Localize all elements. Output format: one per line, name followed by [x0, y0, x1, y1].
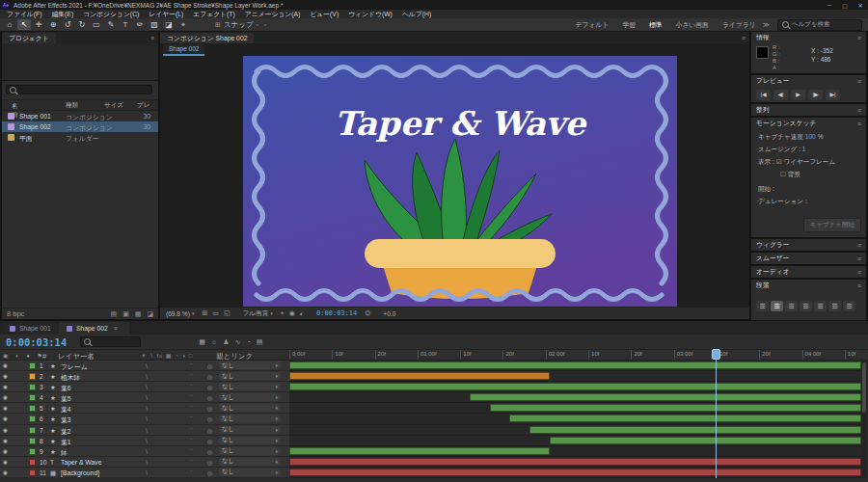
pickwhip-icon[interactable]: ◎ — [207, 459, 212, 466]
justify-last-right-icon[interactable]: ☰ — [828, 301, 841, 311]
quality-switch[interactable]: ∖ — [145, 469, 149, 476]
wireframe-checkbox[interactable]: ☑ — [776, 158, 782, 165]
layer-duration-bar[interactable] — [289, 447, 550, 455]
layer-duration-bar[interactable] — [289, 383, 861, 390]
capture-speed-value[interactable]: 100 — [805, 133, 816, 140]
panel-menu-icon[interactable]: ≡ — [857, 107, 861, 114]
layer-row[interactable]: ◉ 1 ★ フレーム ∖ · ◎ なし▾ — [0, 361, 861, 371]
parent-link-dropdown[interactable]: なし▾ — [219, 437, 281, 444]
first-frame-button[interactable]: |◀ — [756, 90, 771, 100]
pickwhip-icon[interactable]: ◎ — [207, 362, 212, 369]
shape-tool-icon[interactable]: ▭ — [90, 19, 103, 30]
menu-item[interactable]: コンポジション(C) — [78, 10, 144, 19]
start-capture-button[interactable]: キャプチャ開始 — [803, 218, 861, 232]
eye-icon[interactable]: ◉ — [3, 427, 8, 433]
timeline-search-input[interactable] — [80, 336, 141, 347]
parent-link-dropdown[interactable]: なし▾ — [219, 458, 281, 466]
pen-tool-icon[interactable]: ✎ — [104, 19, 118, 30]
layer-row[interactable]: ◉ 7 ★ 葉2 ∖ · ◎ なし▾ — [0, 425, 861, 436]
quality-switch[interactable]: ∖ — [145, 448, 149, 455]
quality-switch[interactable]: ∖ — [145, 438, 149, 444]
playhead-handle[interactable] — [712, 349, 720, 360]
new-composition-icon[interactable]: ▦ — [135, 310, 142, 318]
layer-track[interactable] — [289, 446, 861, 457]
previous-frame-button[interactable]: ◀| — [773, 90, 788, 100]
camera-icon[interactable]: ⏣ — [365, 309, 370, 317]
layer-row[interactable]: ◉ 9 ★ 鉢 ∖ · ◎ なし▾ — [0, 446, 861, 457]
type-tool-icon[interactable]: T — [119, 19, 132, 30]
parent-link-dropdown[interactable]: なし▾ — [219, 469, 281, 476]
zoom-tool-icon[interactable]: ⊕ — [46, 19, 60, 30]
quality-switch[interactable]: ∖ — [145, 415, 149, 422]
help-search-field[interactable]: ヘルプを検索 — [777, 19, 862, 31]
region-of-interest-icon[interactable]: ▭ — [212, 309, 219, 317]
menu-item[interactable]: ヘルプ(H) — [397, 10, 436, 19]
layer-track[interactable] — [289, 403, 861, 414]
quality-switch[interactable]: ∖ — [145, 394, 149, 401]
pickwhip-icon[interactable]: ◎ — [207, 373, 212, 380]
eye-icon[interactable]: ◉ — [3, 394, 8, 400]
project-search-input[interactable] — [6, 85, 152, 94]
pickwhip-icon[interactable]: ◎ — [207, 427, 212, 434]
menu-item[interactable]: ファイル(F) — [2, 10, 47, 19]
label-color-chip[interactable] — [29, 469, 36, 476]
align-left-icon[interactable]: ☰ — [756, 301, 769, 311]
layer-track[interactable] — [289, 425, 861, 436]
snap-option-icon-2[interactable]: ▫ — [264, 21, 266, 28]
panel-menu-icon[interactable]: ≡ — [114, 322, 118, 335]
quality-switch[interactable]: ∖ — [145, 459, 149, 466]
panel-menu-icon[interactable]: ≡ — [857, 282, 861, 289]
layer-name[interactable]: [Background] — [61, 469, 99, 476]
panel-menu-icon[interactable]: ≡ — [857, 78, 861, 85]
transparency-grid-icon[interactable]: ◱ — [224, 309, 231, 317]
home-icon[interactable]: ⌂ — [3, 19, 16, 30]
quality-switch[interactable]: ∖ — [145, 384, 149, 390]
menu-item[interactable]: アニメーション(A) — [240, 10, 306, 19]
layer-duration-bar[interactable] — [550, 437, 861, 444]
menu-item[interactable]: ウィンドウ(W) — [343, 10, 397, 19]
motion-sketch-title[interactable]: モーションスケッチ — [756, 119, 816, 128]
eye-icon[interactable]: ◉ — [3, 384, 8, 389]
layer-row[interactable]: ◉ 4 ★ 葉5 ∖ · ◎ なし▾ — [0, 392, 861, 403]
panel-menu-icon[interactable]: ≡ — [857, 269, 861, 276]
label-color-chip[interactable] — [29, 459, 36, 466]
workspace-standard[interactable]: 標準 — [642, 20, 669, 30]
eye-icon[interactable]: ◉ — [3, 438, 8, 443]
snap-label[interactable]: スナップ — [224, 20, 254, 30]
quality-dropdown[interactable]: フル画質▾ — [243, 309, 273, 318]
layer-duration-bar[interactable] — [289, 458, 861, 466]
justify-last-center-icon[interactable]: ☰ — [814, 301, 827, 311]
smoother-panel-title[interactable]: スムーザー — [756, 254, 789, 263]
parent-link-dropdown[interactable]: なし▾ — [219, 383, 281, 390]
layer-duration-bar[interactable] — [289, 469, 861, 476]
menu-item[interactable]: エフェクト(T) — [188, 10, 239, 19]
view-target-icon[interactable]: ⌖ — [281, 309, 285, 317]
eye-icon[interactable]: ◉ — [3, 448, 8, 454]
snap-option-icon[interactable]: ▫ — [257, 21, 258, 28]
parent-link-dropdown[interactable]: なし▾ — [219, 415, 281, 422]
timeline-tab-shape-002[interactable]: Shape 002 ≡ — [59, 322, 129, 335]
color-depth-label[interactable]: 8 bpc — [7, 309, 24, 318]
new-folder-icon[interactable]: ▣ — [122, 310, 129, 318]
preview-panel-title[interactable]: プレビュー — [756, 76, 790, 86]
layer-row[interactable]: ◉ 5 ★ 葉4 ∖ · ◎ なし▾ — [0, 403, 861, 414]
background-checkbox[interactable]: ☐ — [780, 171, 786, 177]
column-type[interactable]: 種類 — [66, 101, 78, 110]
layer-name[interactable]: Taper & Wave — [61, 459, 101, 466]
label-color-chip[interactable] — [29, 405, 36, 412]
minimize-button[interactable]: ─ — [822, 2, 837, 9]
panel-menu-icon[interactable]: ≡ — [150, 35, 154, 41]
layer-track[interactable] — [289, 382, 861, 392]
layer-track[interactable] — [289, 468, 861, 478]
tab-project[interactable]: プロジェクト — [2, 33, 56, 43]
layer-duration-bar[interactable] — [470, 393, 861, 401]
snapshot-icon[interactable]: ◉ — [289, 309, 295, 317]
menu-item[interactable]: 編集(E) — [47, 10, 79, 19]
grid-guides-icon[interactable]: ⊞ — [202, 309, 207, 317]
panel-menu-icon[interactable]: ≡ — [857, 255, 861, 262]
rotation-tool-icon[interactable]: ↻ — [75, 19, 89, 30]
parent-link-dropdown[interactable]: なし▾ — [219, 426, 281, 434]
next-frame-button[interactable]: |▶ — [808, 90, 823, 100]
panel-menu-icon[interactable]: ≡ — [857, 35, 861, 41]
layer-track[interactable] — [289, 436, 861, 446]
